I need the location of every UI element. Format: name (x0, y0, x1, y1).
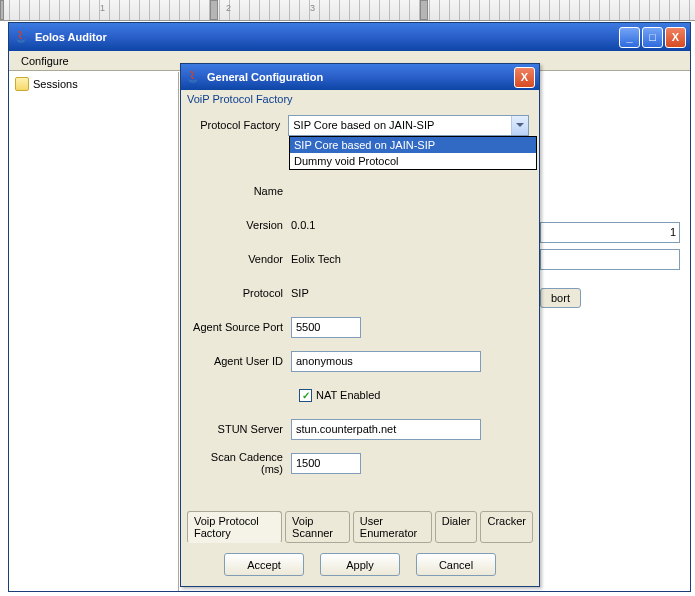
dropdown-option[interactable]: Dummy void Protocol (290, 153, 536, 169)
dialog-buttons: Accept Apply Cancel (181, 547, 539, 586)
maximize-button[interactable]: □ (642, 27, 663, 48)
label-protocol-factory: Protocol Factory (191, 119, 288, 131)
scan-cadence-input[interactable] (291, 453, 361, 474)
protocol-factory-combo[interactable]: SIP Core based on JAIN-SIP (288, 115, 529, 136)
label-agent-user-id: Agent User ID (191, 355, 291, 367)
tab-dialer[interactable]: Dialer (435, 511, 478, 543)
label-protocol: Protocol (191, 287, 291, 299)
menu-configure[interactable]: Configure (13, 53, 77, 69)
folder-icon (15, 77, 29, 91)
tab-voip-protocol-factory[interactable]: Voip Protocol Factory (187, 511, 282, 543)
main-titlebar[interactable]: Eolos Auditor _ □ X (9, 23, 690, 51)
bg-field-1[interactable]: 1 (540, 222, 680, 243)
config-dialog: General Configuration X VoiP Protocol Fa… (180, 63, 540, 587)
dialog-titlebar[interactable]: General Configuration X (181, 64, 539, 90)
tree-label: Sessions (33, 78, 78, 90)
checkmark-icon: ✓ (299, 389, 312, 402)
main-title: Eolos Auditor (35, 31, 619, 43)
agent-source-port-input[interactable] (291, 317, 361, 338)
value-version: 0.0.1 (291, 219, 529, 231)
minimize-button[interactable]: _ (619, 27, 640, 48)
accept-button[interactable]: Accept (224, 553, 304, 576)
cancel-button[interactable]: Cancel (416, 553, 496, 576)
close-button[interactable]: X (665, 27, 686, 48)
tab-cracker[interactable]: Cracker (480, 511, 533, 543)
stun-server-input[interactable] (291, 419, 481, 440)
agent-user-id-input[interactable] (291, 351, 481, 372)
tab-voip-scanner[interactable]: Voip Scanner (285, 511, 350, 543)
nat-enabled-checkbox[interactable]: ✓ NAT Enabled (299, 389, 380, 402)
ruler: 1 2 3 (0, 0, 695, 21)
background-panel: 1 bort (540, 122, 680, 308)
tree-item-sessions[interactable]: Sessions (13, 76, 174, 92)
value-protocol: SIP (291, 287, 529, 299)
dialog-title: General Configuration (207, 71, 514, 83)
label-scan-cadence: Scan Cadence (ms) (191, 451, 291, 475)
java-icon (185, 69, 201, 85)
tab-user-enumerator[interactable]: User Enumerator (353, 511, 432, 543)
chevron-down-icon[interactable] (511, 116, 528, 135)
label-stun-server: STUN Server (191, 423, 291, 435)
form: Protocol Factory SIP Core based on JAIN-… (181, 108, 539, 511)
apply-button[interactable]: Apply (320, 553, 400, 576)
group-title: VoiP Protocol Factory (181, 90, 539, 108)
abort-button[interactable]: bort (540, 288, 581, 308)
combo-selected: SIP Core based on JAIN-SIP (289, 119, 511, 131)
label-version: Version (191, 219, 291, 231)
bg-field-2[interactable] (540, 249, 680, 270)
label-nat-enabled: NAT Enabled (316, 389, 380, 401)
label-vendor: Vendor (191, 253, 291, 265)
protocol-factory-dropdown[interactable]: SIP Core based on JAIN-SIP Dummy void Pr… (289, 136, 537, 170)
sessions-tree: Sessions (9, 72, 179, 591)
dialog-close-button[interactable]: X (514, 67, 535, 88)
java-icon (13, 29, 29, 45)
label-agent-source-port: Agent Source Port (191, 321, 291, 333)
dropdown-option[interactable]: SIP Core based on JAIN-SIP (290, 137, 536, 153)
label-name: Name (191, 185, 291, 197)
tab-bar: Voip Protocol Factory Voip Scanner User … (181, 511, 539, 543)
value-vendor: Eolix Tech (291, 253, 529, 265)
